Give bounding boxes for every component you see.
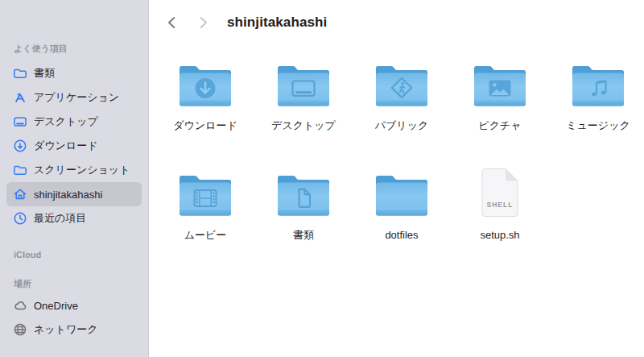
sidebar-item-network[interactable]: ネットワーク (6, 318, 142, 342)
sidebar-item-label: OneDrive (34, 300, 78, 312)
folder-icon-public (375, 62, 428, 109)
globe-icon (13, 322, 27, 337)
folder-icon-music (572, 62, 625, 109)
favorites-list: 書類 アプリケーション デスクトップ (0, 61, 148, 230)
folder-icon-pictures (473, 62, 526, 109)
folder-icon-dotfiles (375, 172, 428, 218)
file-label: ミュージック (566, 119, 630, 132)
folder-icon-movies (179, 172, 232, 218)
file-grid: ダウンロード デスクトップ (168, 62, 644, 242)
file-label: ムービー (184, 229, 227, 242)
sidebar-section-favorites: よく使う項目 (0, 44, 148, 54)
grid-item-pictures[interactable]: ピクチャ (463, 62, 537, 132)
folder-icon-documents (277, 172, 330, 218)
sidebar-item-label: 最近の項目 (34, 211, 86, 226)
chevron-left-icon (164, 15, 180, 31)
photo-emboss (489, 81, 511, 97)
grid-item-music[interactable]: ミュージック (561, 62, 635, 132)
home-icon (13, 187, 27, 201)
cloud-icon (13, 298, 27, 313)
folder-icon-desktop (277, 62, 330, 109)
sidebar-item-downloads[interactable]: ダウンロード (6, 134, 142, 158)
sidebar-item-label: アプリケーション (34, 90, 119, 105)
sidebar-item-label: デスクトップ (34, 114, 98, 129)
back-button[interactable] (164, 15, 180, 31)
grid-item-setup-sh[interactable]: SHELL setup.sh (463, 172, 537, 242)
sidebar-item-label: ダウンロード (34, 139, 98, 153)
sidebar-item-recents[interactable]: 最近の項目 (6, 206, 142, 230)
grid-item-movies[interactable]: ムービー (168, 172, 242, 242)
file-label: ピクチャ (478, 119, 521, 132)
file-label: ダウンロード (173, 119, 237, 132)
sidebar-item-documents[interactable]: 書類 (6, 61, 142, 85)
sidebar-item-label: ネットワーク (34, 322, 98, 337)
download-arrow-emboss (196, 78, 216, 98)
file-label: dotfiles (385, 229, 418, 242)
grid-item-public[interactable]: パブリック (365, 62, 439, 132)
grid-item-documents[interactable]: 書類 (266, 172, 341, 242)
sidebar-item-onedrive[interactable]: OneDrive (6, 293, 142, 318)
sidebar-section-icloud: iCloud (0, 250, 148, 260)
folder-icon (13, 66, 27, 81)
file-label: パブリック (375, 119, 429, 132)
sidebar-item-screenshots[interactable]: スクリーンショット (6, 158, 142, 182)
download-circle-icon (13, 139, 27, 153)
toolbar: shinjitakahashi (149, 0, 644, 31)
appstore-icon (13, 90, 27, 105)
main-content: shinjitakahashi ダウンロード (149, 0, 644, 357)
file-label: setup.sh (480, 229, 519, 242)
shell-file-icon: SHELL (480, 172, 520, 218)
file-label: デスクトップ (271, 119, 336, 132)
folder-icon-downloads (179, 62, 232, 109)
file-label: 書類 (293, 229, 314, 242)
sidebar-item-label: 書類 (34, 66, 55, 81)
grid-item-downloads[interactable]: ダウンロード (168, 62, 242, 132)
sidebar: よく使う項目 書類 アプリケーション (0, 0, 149, 357)
finder-window: よく使う項目 書類 アプリケーション (0, 0, 644, 357)
sidebar-item-label: スクリーンショット (34, 163, 130, 177)
folder-icon (13, 163, 27, 177)
sidebar-item-desktop[interactable]: デスクトップ (6, 110, 142, 134)
grid-item-dotfiles[interactable]: dotfiles (365, 172, 439, 242)
grid-item-desktop[interactable]: デスクトップ (266, 62, 341, 132)
desktop-icon (13, 114, 27, 129)
clock-icon (13, 211, 27, 226)
forward-button[interactable] (195, 15, 211, 31)
sidebar-item-label: shinjitakahashi (34, 189, 102, 201)
sidebar-item-home-shinjitakahashi[interactable]: shinjitakahashi (6, 182, 142, 206)
page-title: shinjitakahashi (227, 15, 327, 31)
sidebar-section-locations: 場所 (0, 279, 148, 289)
locations-list: OneDrive ネットワーク (0, 293, 148, 342)
shell-badge: SHELL (487, 201, 514, 209)
sidebar-item-applications[interactable]: アプリケーション (6, 85, 142, 110)
chevron-right-icon (195, 15, 211, 31)
